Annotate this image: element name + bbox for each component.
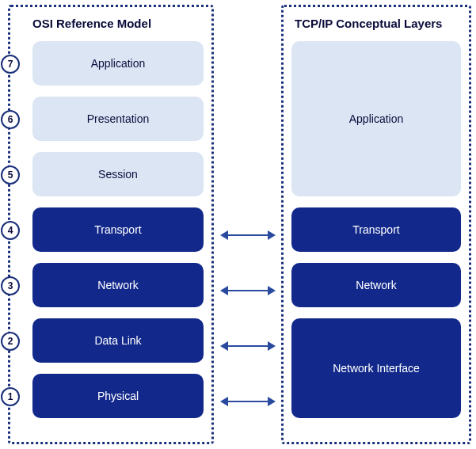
osi-layer-transport: Transport: [32, 207, 204, 252]
osi-num-4: 4: [1, 221, 20, 240]
double-arrow-icon: [227, 290, 269, 291]
osi-layer-session: Session: [32, 152, 204, 196]
osi-layer-physical: Physical: [32, 374, 204, 418]
double-arrow-icon: [227, 345, 269, 347]
osi-num-5: 5: [1, 166, 20, 185]
double-arrow-icon: [227, 401, 269, 402]
osi-layer-application: Application: [32, 41, 204, 86]
tcpip-layer-transport: Transport: [291, 207, 461, 252]
tcpip-stack: TCP/IP Conceptual Layers Application Tra…: [281, 5, 471, 444]
osi-layer-datalink: Data Link: [32, 318, 204, 363]
osi-num-6: 6: [1, 110, 20, 129]
osi-num-3: 3: [1, 276, 20, 295]
osi-title: OSI Reference Model: [18, 17, 204, 30]
osi-num-1: 1: [1, 387, 20, 406]
tcpip-layer-network-interface: Network Interface: [291, 318, 461, 418]
double-arrow-icon: [227, 234, 269, 236]
osi-num-7: 7: [1, 55, 20, 74]
osi-num-2: 2: [1, 332, 20, 351]
tcpip-title: TCP/IP Conceptual Layers: [291, 17, 461, 30]
tcpip-layer-application: Application: [291, 41, 461, 196]
osi-layer-network: Network: [32, 263, 204, 307]
osi-layer-presentation: Presentation: [32, 97, 204, 141]
osi-stack: OSI Reference Model 7 Application 6 Pres…: [8, 5, 214, 444]
tcpip-layer-network: Network: [291, 263, 461, 307]
